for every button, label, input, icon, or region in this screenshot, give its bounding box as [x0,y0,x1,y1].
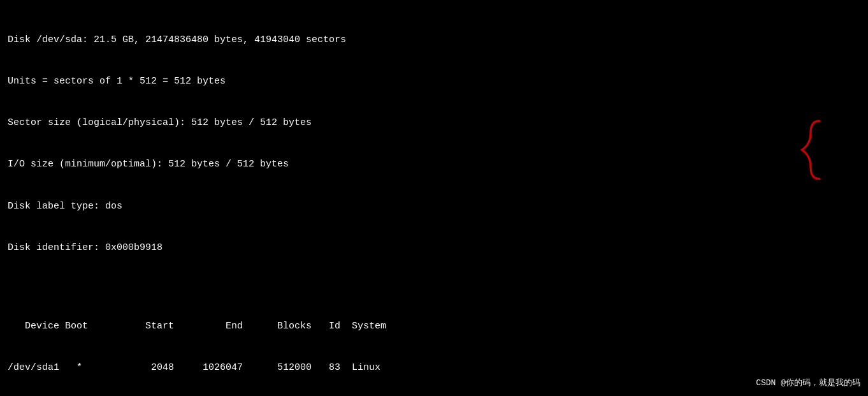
red-annotation-brace [792,118,830,182]
disk1-units: Units = sectors of 1 * 512 = 512 bytes [8,75,860,89]
partition-sda1: /dev/sda1 * 2048 1026047 512000 83 Linux [8,361,860,375]
terminal-output: Disk /dev/sda: 21.5 GB, 21474836480 byte… [8,5,860,396]
disk1-sector-size: Sector size (logical/physical): 512 byte… [8,116,860,130]
disk1-label-type: Disk label type: dos [8,200,860,214]
disk1-header: Disk /dev/sda: 21.5 GB, 21474836480 byte… [8,33,860,47]
watermark: CSDN @你的码，就是我的码 [756,378,860,390]
partition-header: Device Boot Start End Blocks Id System [8,319,860,334]
disk1-identifier: Disk identifier: 0x000b9918 [8,241,860,255]
disk1-io-size: I/O size (minimum/optimal): 512 bytes / … [8,158,860,172]
